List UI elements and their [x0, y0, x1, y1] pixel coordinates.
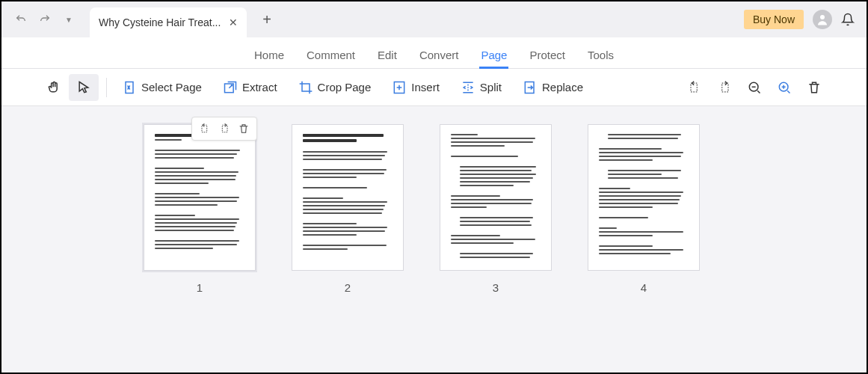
menu-comment[interactable]: Comment [307, 49, 355, 68]
replace-button[interactable]: Replace [515, 74, 591, 101]
menubar: Home Comment Edit Convert Page Protect T… [1, 37, 867, 69]
replace-label: Replace [542, 81, 583, 94]
page-thumbnail-1[interactable]: 1 [144, 124, 256, 294]
menu-edit[interactable]: Edit [378, 49, 397, 68]
insert-icon [392, 80, 407, 95]
document-tab[interactable]: Why Cysteine Hair Treat... ✕ [90, 7, 247, 37]
extract-label: Extract [242, 81, 277, 94]
select-page-icon [122, 80, 137, 95]
toolbar-separator [106, 78, 107, 97]
select-page-button[interactable]: Select Page [114, 74, 209, 101]
page-preview [144, 124, 256, 271]
quick-actions: ▼ [10, 9, 79, 30]
undo-button[interactable] [10, 9, 31, 30]
extract-icon [223, 80, 238, 95]
page-number: 1 [197, 281, 203, 294]
page-number: 2 [345, 281, 351, 294]
notifications-button[interactable] [841, 13, 855, 26]
select-tool-button[interactable] [69, 74, 99, 101]
tab-title: Why Cysteine Hair Treat... [99, 16, 221, 28]
page-thumbnail-4[interactable]: 4 [588, 124, 700, 294]
rotate-right-icon [717, 80, 732, 95]
thumbnails-row: 1 2 3 [24, 124, 844, 294]
svg-point-0 [820, 15, 825, 19]
split-label: Split [480, 81, 502, 94]
page-number: 3 [493, 281, 499, 294]
page-preview [588, 124, 700, 271]
crop-page-button[interactable]: Crop Page [291, 74, 379, 101]
page-number: 4 [641, 281, 647, 294]
page-thumbnail-3[interactable]: 3 [440, 124, 552, 294]
menu-home[interactable]: Home [254, 49, 284, 68]
rotate-right-button[interactable] [710, 74, 739, 101]
insert-label: Insert [411, 81, 440, 94]
zoom-in-icon [777, 80, 792, 95]
thumbnail-actions [191, 117, 257, 141]
insert-button[interactable]: Insert [384, 74, 447, 101]
page-thumbnails-view: 1 2 3 [1, 106, 867, 373]
rotate-left-button[interactable] [680, 74, 710, 101]
titlebar-right: Buy Now [744, 10, 862, 29]
zoom-out-icon [747, 80, 762, 95]
select-page-label: Select Page [141, 81, 202, 94]
menu-tools[interactable]: Tools [588, 49, 614, 68]
replace-icon [523, 80, 538, 95]
titlebar: ▼ Why Cysteine Hair Treat... ✕ + Buy Now [1, 1, 867, 37]
zoom-out-button[interactable] [739, 74, 769, 101]
thumb-delete-button[interactable] [236, 120, 252, 137]
menu-convert[interactable]: Convert [419, 49, 459, 68]
new-tab-button[interactable]: + [256, 8, 278, 31]
redo-button[interactable] [34, 9, 55, 30]
page-thumbnail-2[interactable]: 2 [292, 124, 404, 294]
thumb-rotate-right-button[interactable] [216, 120, 233, 137]
hand-icon [46, 80, 61, 95]
thumb-rotate-left-button[interactable] [197, 120, 213, 137]
crop-icon [298, 80, 313, 95]
menu-protect[interactable]: Protect [529, 49, 565, 68]
crop-page-label: Crop Page [318, 81, 372, 94]
tab-close-button[interactable]: ✕ [229, 16, 238, 28]
rotate-left-icon [687, 80, 702, 95]
trash-icon [807, 80, 822, 95]
menu-page[interactable]: Page [481, 49, 507, 68]
page-toolbar: Select Page Extract Crop Page Insert Spl… [1, 69, 867, 106]
page-preview [440, 124, 552, 271]
cursor-icon [76, 80, 91, 95]
delete-page-button[interactable] [799, 74, 829, 101]
zoom-in-button[interactable] [769, 74, 799, 101]
page-preview [292, 124, 404, 271]
hand-tool-button[interactable] [39, 74, 69, 101]
split-icon [461, 80, 475, 95]
buy-now-button[interactable]: Buy Now [744, 10, 804, 29]
extract-button[interactable]: Extract [215, 74, 285, 101]
split-button[interactable]: Split [453, 74, 509, 101]
quick-menu-button[interactable]: ▼ [58, 9, 79, 30]
account-avatar[interactable] [813, 10, 832, 29]
